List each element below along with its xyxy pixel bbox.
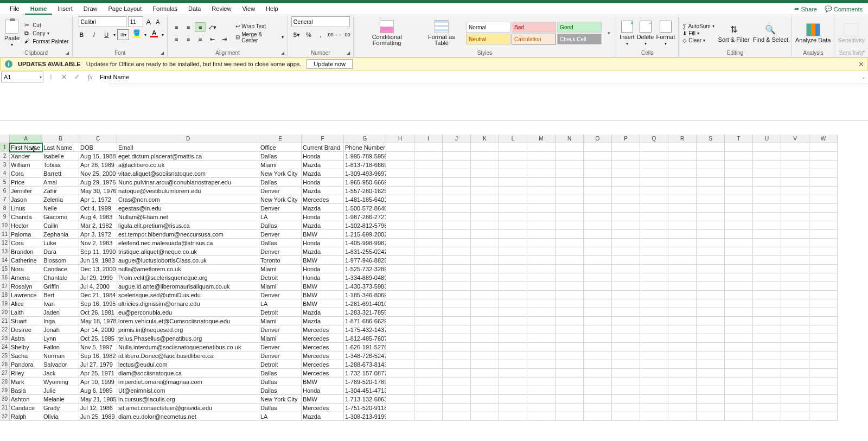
cell-style-normal[interactable]: Normal bbox=[466, 22, 510, 33]
align-top-button[interactable]: ≡ bbox=[171, 22, 182, 32]
wrap-text-button[interactable]: ↩Wrap Text bbox=[235, 23, 284, 30]
find-select-button[interactable]: 🔍Find & Select bbox=[753, 24, 788, 43]
eraser-icon: ◇ bbox=[682, 37, 687, 43]
font-name-select[interactable] bbox=[79, 16, 126, 27]
cut-icon bbox=[24, 22, 31, 28]
menu-tab-review[interactable]: Review bbox=[206, 4, 237, 15]
update-now-button[interactable]: Update now bbox=[307, 59, 353, 69]
paste-icon bbox=[5, 20, 18, 34]
menu-tab-insert[interactable]: Insert bbox=[52, 4, 78, 15]
info-message: Updates for Office are ready to be insta… bbox=[86, 61, 302, 67]
cell-style-check-cell[interactable]: Check Cell bbox=[557, 34, 602, 44]
cell-style-calculation[interactable]: Calculation bbox=[512, 34, 556, 44]
indent-button[interactable]: ⇥ bbox=[219, 34, 229, 44]
ribbon-group-styles: Conditional Formatting Format as Table N… bbox=[354, 15, 616, 57]
bold-button[interactable]: B bbox=[76, 29, 87, 40]
ribbon-group-alignment: ≡ ≡ ≡ ⤢▾ ≡ ≡ ≡ ⇤ ⇥ ↩Wrap Text ⊟Merge & C… bbox=[168, 15, 288, 57]
comments-button[interactable]: 💬 Comments bbox=[825, 5, 863, 12]
paste-button[interactable]: Paste ▾ bbox=[3, 18, 21, 48]
styles-expand-button[interactable]: ▾ bbox=[605, 30, 612, 36]
clear-button[interactable]: ◇Clear▾ bbox=[682, 37, 714, 44]
menu-tab-draw[interactable]: Draw bbox=[78, 4, 103, 15]
menu-tabs: FileHomeInsertDrawPage LayoutFormulasDat… bbox=[0, 3, 868, 15]
comma-button[interactable]: , bbox=[315, 29, 326, 40]
orientation-button[interactable]: ⤢▾ bbox=[207, 22, 218, 32]
underline-button[interactable]: U bbox=[101, 29, 112, 40]
dialog-launcher-icon[interactable]: ◢ bbox=[161, 50, 166, 56]
grow-font-button[interactable]: A bbox=[145, 18, 152, 25]
merge-center-button[interactable]: ⊟Merge & Center▾ bbox=[235, 31, 284, 44]
cancel-button[interactable]: ✕ bbox=[58, 72, 71, 82]
share-icon: ➦ bbox=[794, 5, 799, 12]
font-color-button[interactable]: A bbox=[148, 29, 160, 40]
align-bottom-button[interactable]: ≡ bbox=[195, 22, 206, 32]
name-box[interactable]: A1 ▾ bbox=[1, 72, 43, 82]
delete-button[interactable]: Delete▾ bbox=[637, 21, 654, 46]
formula-bar-input[interactable] bbox=[97, 72, 868, 82]
cell-style-neutral[interactable]: Neutral bbox=[466, 34, 510, 44]
cut-button[interactable]: Cut bbox=[24, 21, 69, 29]
analyze-data-button[interactable]: Analyze Data bbox=[795, 23, 831, 43]
close-icon[interactable]: ✕ bbox=[858, 60, 864, 68]
bucket-icon: 🪣 bbox=[133, 29, 141, 36]
autosum-button[interactable]: ∑AutoSum▾ bbox=[682, 23, 714, 30]
fill-color-button[interactable]: 🪣 bbox=[131, 29, 143, 40]
menu-tab-data[interactable]: Data bbox=[183, 4, 206, 15]
chevron-down-icon[interactable]: ▾ bbox=[40, 75, 42, 80]
ribbon-group-number: $▾ % , .00→ ←.00 Number ◢ bbox=[288, 15, 354, 57]
cell-style-good[interactable]: Good bbox=[557, 22, 602, 33]
sensitivity-icon bbox=[844, 23, 858, 36]
decrease-decimal-button[interactable]: ←.00 bbox=[339, 29, 350, 40]
sort-filter-button[interactable]: ⇅Sort & Filter bbox=[718, 24, 750, 43]
font-size-select[interactable] bbox=[128, 16, 143, 27]
menu-tab-help[interactable]: Help bbox=[260, 4, 284, 15]
copy-button[interactable]: Copy▾ bbox=[24, 29, 69, 37]
format-button[interactable]: Format▾ bbox=[656, 21, 675, 46]
info-icon: i bbox=[5, 60, 12, 68]
number-format-select[interactable] bbox=[291, 16, 350, 27]
wrap-icon: ↩ bbox=[235, 23, 240, 29]
cell-style-bad[interactable]: Bad bbox=[512, 22, 556, 33]
italic-button[interactable]: I bbox=[88, 29, 99, 40]
menu-tab-home[interactable]: Home bbox=[25, 4, 53, 15]
delete-icon bbox=[640, 21, 652, 33]
align-right-button[interactable]: ≡ bbox=[195, 34, 206, 44]
increase-decimal-button[interactable]: .00→ bbox=[327, 29, 338, 40]
fx-button[interactable]: fx bbox=[84, 72, 97, 82]
collapse-ribbon-button[interactable]: ⌃ bbox=[861, 50, 866, 56]
brush-icon bbox=[24, 38, 31, 44]
group-label: Clipboard bbox=[3, 50, 69, 57]
share-button[interactable]: ➦ Share bbox=[794, 5, 816, 12]
menu-tab-view[interactable]: View bbox=[237, 4, 260, 15]
menu-tab-file[interactable]: File bbox=[4, 4, 25, 15]
outdent-button[interactable]: ⇤ bbox=[207, 34, 218, 44]
align-middle-button[interactable]: ≡ bbox=[183, 22, 194, 32]
enter-button[interactable]: ✓ bbox=[71, 72, 84, 82]
ribbon-group-sensitivity: Sensitivity Sensitivity ⌃ bbox=[834, 15, 868, 57]
border-button[interactable]: ⊞▾ bbox=[117, 29, 129, 40]
sort-icon: ⇅ bbox=[728, 24, 740, 36]
fill-button[interactable]: ⬇Fill▾ bbox=[682, 30, 714, 37]
align-center-button[interactable]: ≡ bbox=[183, 34, 194, 44]
align-left-button[interactable]: ≡ bbox=[171, 34, 182, 44]
shrink-font-button[interactable]: A bbox=[154, 18, 162, 25]
dialog-launcher-icon[interactable]: ◢ bbox=[281, 50, 286, 56]
insert-button[interactable]: Insert▾ bbox=[620, 21, 635, 46]
ribbon-group-cells: Insert▾ Delete▾ Format▾ Cells bbox=[616, 15, 679, 57]
format-as-table-button[interactable]: Format as Table bbox=[420, 20, 463, 46]
percent-button[interactable]: % bbox=[303, 29, 314, 40]
currency-button[interactable]: $▾ bbox=[291, 29, 302, 40]
format-painter-button[interactable]: Format Painter bbox=[24, 37, 69, 45]
dialog-launcher-icon[interactable]: ◢ bbox=[347, 50, 352, 56]
menu-tab-page-layout[interactable]: Page Layout bbox=[103, 4, 147, 15]
insert-function-button[interactable]: ⁞ bbox=[44, 72, 58, 82]
ribbon: Paste ▾ Cut Copy▾ Format Painter Clipboa… bbox=[0, 15, 868, 57]
fill-down-icon: ⬇ bbox=[682, 30, 687, 36]
dialog-launcher-icon[interactable]: ◢ bbox=[66, 50, 71, 56]
menu-tab-formulas[interactable]: Formulas bbox=[147, 4, 183, 15]
insert-icon bbox=[621, 21, 633, 33]
conditional-formatting-button[interactable]: Conditional Formatting bbox=[357, 20, 417, 46]
merge-icon: ⊟ bbox=[235, 34, 240, 40]
expand-formula-bar-button[interactable]: ⌄ bbox=[861, 74, 866, 80]
ribbon-group-clipboard: Paste ▾ Cut Copy▾ Format Painter Clipboa… bbox=[0, 15, 73, 57]
